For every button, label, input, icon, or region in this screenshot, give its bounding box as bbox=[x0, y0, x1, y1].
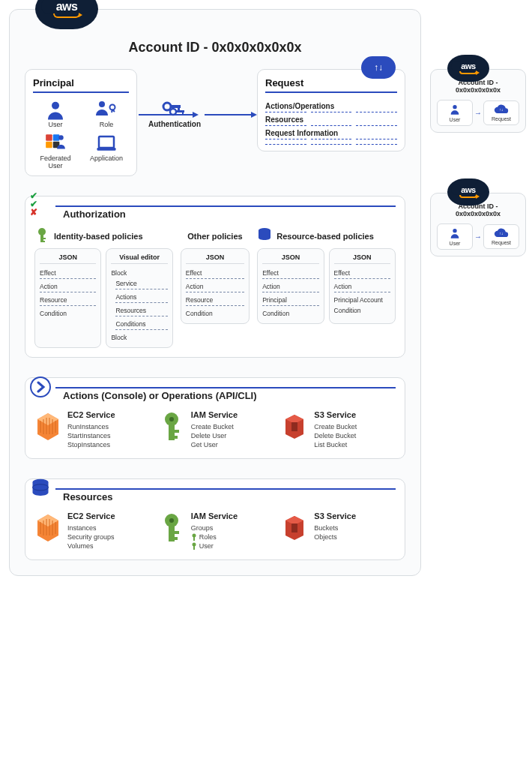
cloud-icon: ↑↓ bbox=[494, 228, 509, 238]
account-id-title: Account ID - 0x0x0x0x0x0x bbox=[25, 40, 405, 56]
principal-user: User bbox=[33, 99, 78, 128]
svg-text:↑↓: ↑↓ bbox=[500, 232, 504, 236]
side-account-id: Account ID - 0x0x0x0x0x0x bbox=[437, 202, 519, 218]
resource-json-box1: JSON Effect Action Principal Condition bbox=[257, 248, 324, 324]
resource-policies: Resource-based policies JSON Effect Acti… bbox=[257, 229, 396, 348]
svg-rect-40 bbox=[193, 537, 195, 541]
resource-json-box2: JSON Effect Action Principal Account Con… bbox=[329, 248, 396, 324]
svg-rect-30 bbox=[169, 436, 178, 439]
iam-service: IAM Service Create Bucket Delete User Ge… bbox=[158, 410, 273, 449]
side-user-box: User bbox=[437, 224, 473, 250]
request-actions: Actions/Operations bbox=[265, 99, 397, 112]
key-mini-icon bbox=[191, 542, 197, 550]
arrow-right-icon: → bbox=[474, 232, 482, 241]
user-icon bbox=[448, 227, 462, 239]
svg-point-27 bbox=[169, 417, 174, 422]
principal-title: Principal bbox=[33, 77, 129, 93]
svg-point-20 bbox=[38, 228, 46, 236]
check-x-icon: ✔✔✘ bbox=[30, 192, 37, 216]
svg-rect-23 bbox=[40, 241, 45, 242]
principal-application: Application bbox=[84, 133, 129, 170]
principal-request-row: Principal User Role Federated User bbox=[25, 69, 405, 176]
ec2-icon bbox=[34, 512, 61, 544]
svg-point-25 bbox=[31, 377, 50, 397]
svg-rect-3 bbox=[46, 134, 52, 141]
ec2-icon bbox=[34, 410, 61, 443]
s3-icon bbox=[281, 512, 308, 544]
authentication-label: Authentication bbox=[145, 120, 205, 128]
identity-policies: Identity-based policies JSON Effect Acti… bbox=[34, 229, 173, 348]
database-icon bbox=[257, 227, 272, 242]
svg-marker-19 bbox=[251, 112, 257, 118]
svg-point-35 bbox=[169, 518, 174, 523]
s3-resources: S3 Service Buckets Objects bbox=[281, 512, 396, 550]
svg-rect-9 bbox=[97, 148, 116, 151]
key-mini-icon bbox=[191, 533, 197, 541]
svg-rect-37 bbox=[169, 531, 179, 534]
side-request-box: ↑↓ Request bbox=[483, 224, 519, 249]
authentication-block: Authentication bbox=[145, 99, 205, 128]
chevron-right-icon bbox=[28, 375, 52, 399]
aws-logo-icon: aws bbox=[35, 0, 98, 29]
main-account-panel: aws Account ID - 0x0x0x0x0x0x Principal … bbox=[9, 9, 421, 576]
svg-point-46 bbox=[453, 229, 456, 232]
authorization-section: ✔✔✘ Authorization Identity-based policie… bbox=[25, 196, 405, 358]
iam-key-icon bbox=[158, 512, 185, 544]
request-info: Request Information bbox=[265, 126, 397, 139]
key-green-icon bbox=[34, 227, 49, 244]
svg-point-41 bbox=[192, 543, 196, 547]
svg-point-39 bbox=[192, 534, 196, 538]
svg-point-0 bbox=[52, 102, 59, 110]
svg-rect-5 bbox=[46, 142, 52, 148]
svg-point-7 bbox=[58, 135, 63, 140]
arrow-right-icon: → bbox=[474, 109, 482, 117]
principal-role: Role bbox=[84, 99, 129, 128]
authorization-title: Authorization bbox=[63, 207, 396, 220]
svg-rect-43 bbox=[291, 524, 297, 532]
aws-logo-icon: aws bbox=[447, 55, 489, 82]
iam-key-icon bbox=[158, 410, 185, 443]
side-account-2: aws Account ID - 0x0x0x0x0x0x User → ↑↓ … bbox=[430, 193, 526, 256]
svg-point-44 bbox=[453, 105, 456, 109]
principal-card: Principal User Role Federated User bbox=[25, 69, 137, 176]
svg-rect-31 bbox=[291, 422, 297, 431]
other-json-box: JSON Effect Action Resource Condition bbox=[181, 248, 250, 324]
resources-title: Resources bbox=[63, 490, 396, 502]
svg-rect-4 bbox=[53, 134, 60, 141]
side-account-id: Account ID - 0x0x0x0x0x0x bbox=[437, 79, 519, 94]
svg-text:↑↓: ↑↓ bbox=[500, 108, 504, 112]
request-resources: Resources bbox=[265, 112, 397, 125]
cloud-icon: ↑↓ bbox=[494, 104, 509, 115]
svg-rect-42 bbox=[193, 546, 195, 550]
actions-title: Actions (Console) or Operations (API/CLI… bbox=[63, 388, 396, 401]
request-card: ↑↓ Request Actions/Operations Resources … bbox=[257, 69, 405, 152]
request-title: Request bbox=[265, 77, 397, 93]
svg-point-2 bbox=[110, 105, 115, 110]
user-icon bbox=[448, 104, 462, 116]
side-account-1: aws Account ID - 0x0x0x0x0x0x User → ↑↓ … bbox=[430, 69, 526, 133]
side-request-box: ↑↓ Request bbox=[483, 100, 519, 125]
principal-federated: Federated User bbox=[33, 133, 78, 170]
aws-logo-icon: aws bbox=[447, 178, 489, 206]
side-user-box: User bbox=[437, 100, 473, 126]
s3-icon bbox=[281, 410, 308, 443]
svg-rect-8 bbox=[99, 136, 114, 148]
svg-rect-22 bbox=[40, 238, 46, 239]
json-policy-box: JSON Effect Action Resource Condition bbox=[34, 248, 101, 348]
svg-rect-38 bbox=[169, 537, 178, 540]
s3-service: S3 Service Create Bucket Delete Bucket L… bbox=[281, 410, 396, 449]
ec2-service: EC2 Service RunInstances StartInstances … bbox=[34, 410, 149, 449]
other-policies: Other policies JSON Effect Action Resour… bbox=[181, 229, 250, 348]
ec2-resources: EC2 Service Instances Security groups Vo… bbox=[34, 512, 149, 550]
database-icon bbox=[28, 476, 52, 500]
visual-editor-box: Visual editor Block Service Actions Reso… bbox=[106, 248, 172, 348]
actions-section: Actions (Console) or Operations (API/CLI… bbox=[25, 377, 405, 459]
svg-marker-11 bbox=[193, 112, 199, 118]
cloud-upload-icon: ↑↓ bbox=[361, 56, 396, 79]
iam-resources: IAM Service Groups Roles User bbox=[158, 512, 273, 550]
svg-rect-29 bbox=[169, 430, 179, 433]
resources-section: Resources EC2 Service Instances Security… bbox=[25, 478, 405, 560]
svg-point-1 bbox=[99, 101, 105, 107]
